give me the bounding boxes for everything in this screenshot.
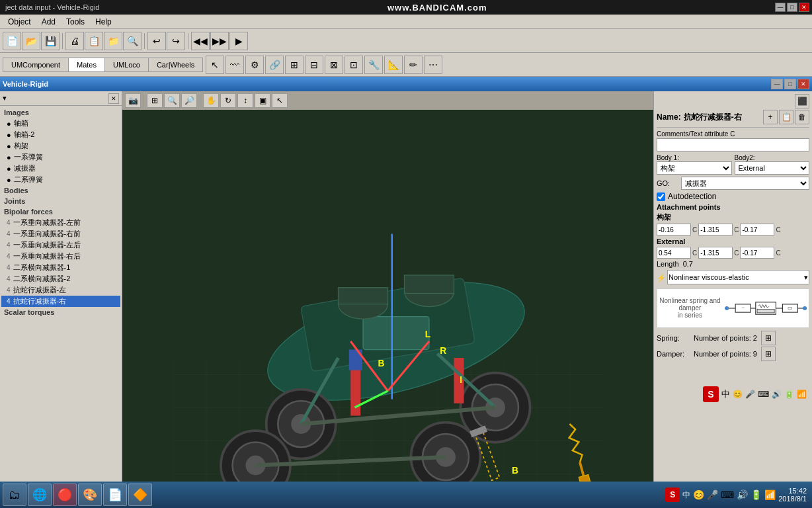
tree-item[interactable]: 4 抗蛇行减振器-左 [1, 284, 120, 296]
tool-btn10[interactable]: 📐 [384, 56, 403, 74]
tree-item[interactable]: 4 一系垂向减振器-右前 [1, 228, 120, 239]
tree-item[interactable]: 4 一系垂向减振器-左前 [1, 217, 120, 228]
print-btn[interactable]: 🖨 [65, 32, 84, 50]
open-btn[interactable]: 📂 [22, 32, 40, 50]
comments-input[interactable] [657, 138, 809, 151]
tool-btn11[interactable]: ✏ [404, 56, 423, 74]
sys-s-icon[interactable]: S [665, 487, 680, 502]
inner-maximize-btn[interactable]: □ [784, 79, 796, 89]
body1-select[interactable]: 构架 [657, 161, 732, 175]
pan-btn[interactable]: ✋ [203, 93, 219, 108]
tab-carwheels[interactable]: Car|Wheels [149, 58, 202, 71]
coord1-z[interactable] [740, 224, 774, 235]
coord2-y[interactable] [698, 247, 733, 259]
camera-btn[interactable]: 📷 [125, 93, 141, 108]
tree-item[interactable]: 4 二系横向减振器-1 [1, 262, 120, 273]
tree-bullet: ● [7, 165, 11, 173]
tree-item[interactable]: 4 一系垂向减振器-右后 [1, 251, 120, 262]
tab-umcomponent[interactable]: UMComponent [3, 58, 69, 71]
redo-btn[interactable]: ↪ [167, 32, 185, 50]
left-tree[interactable]: Images ● 轴箱 ● 轴箱-2 ● 构架 ● 一系弹簧 [0, 106, 122, 507]
nonlinear-dropdown[interactable]: Nonlinear viscous-elastic ▾ [667, 270, 809, 284]
tool-btn9[interactable]: 🔧 [364, 56, 383, 74]
window-controls[interactable]: — □ ✕ [775, 3, 812, 12]
taskbar-btn-files[interactable]: 🗂 [3, 484, 26, 506]
tool-btn6[interactable]: ⊟ [305, 56, 323, 74]
spring-table-btn[interactable]: ⊞ [761, 331, 776, 345]
tool-btn5[interactable]: ⊞ [285, 56, 304, 74]
taskbar-btn-chrome[interactable]: 🔴 [53, 484, 77, 506]
copy-icon-btn[interactable]: 📋 [779, 110, 793, 124]
close-button[interactable]: ✕ [799, 3, 809, 12]
tree-item[interactable]: ● 一系弹簧 [1, 151, 120, 163]
tool-btn3[interactable]: ⚙ [245, 56, 264, 74]
toolbar-group-1: 📄 📂 💾 [3, 32, 60, 50]
body2-select[interactable]: External [735, 161, 810, 175]
viewport[interactable]: 📷 ⊞ 🔍 🔎 ✋ ↻ ↕ ▣ ↖ [122, 91, 653, 507]
inner-close-btn[interactable]: ✕ [797, 79, 809, 89]
tool-btn12[interactable]: ⋯ [424, 56, 442, 74]
rp-expand-btn[interactable]: ⬛ [795, 94, 809, 108]
arrow-right-btn[interactable]: ▶▶ [210, 32, 229, 50]
zoom-out-btn[interactable]: 🔎 [181, 93, 197, 108]
toolbar-group-2: 🖨 📋 📁 🔍 [65, 32, 142, 50]
damper-table-btn[interactable]: ⊞ [761, 347, 776, 361]
tree-item-selected[interactable]: 4 抗蛇行减振器-右 [1, 296, 120, 307]
cursor-vp-btn[interactable]: ↖ [272, 93, 288, 108]
zoom-fit-btn[interactable]: ⊞ [147, 93, 163, 108]
tree-item[interactable]: ● 减振器 [1, 163, 120, 174]
coord1-x[interactable] [657, 224, 691, 235]
spring-damper-svg: ~ ▭ [723, 295, 809, 321]
tree-item[interactable]: ● 构架 [1, 140, 120, 151]
menu-add[interactable]: Add [36, 16, 61, 28]
maximize-button[interactable]: □ [787, 3, 797, 12]
sys-sound-icon[interactable]: 🔊 [737, 489, 748, 500]
cursor-btn[interactable]: ↖ [206, 56, 224, 74]
go-select[interactable]: 减振器 [681, 177, 809, 190]
tree-item[interactable]: ● 轴箱-2 [1, 129, 120, 140]
right-panel: ⬛ Name: 抗蛇行减振器-右 + 📋 🗑 Comments/Text att… [653, 91, 812, 507]
add-icon-btn[interactable]: + [763, 110, 778, 124]
tree-bullet: ● [7, 131, 11, 139]
tool-btn7[interactable]: ⊠ [325, 56, 343, 74]
left-panel-close[interactable]: ✕ [108, 93, 119, 104]
folder-btn[interactable]: 📁 [104, 32, 122, 50]
minimize-button[interactable]: — [775, 3, 786, 12]
coord2-z[interactable] [740, 247, 774, 259]
menu-tools[interactable]: Tools [61, 16, 90, 28]
menu-object[interactable]: Object [3, 16, 36, 28]
tool-btn8[interactable]: ⊡ [345, 56, 363, 74]
search-btn[interactable]: 🔍 [123, 32, 142, 50]
save-btn[interactable]: 💾 [41, 32, 60, 50]
tab-umloco[interactable]: UMLoco [105, 58, 149, 71]
new-btn[interactable]: 📄 [3, 32, 21, 50]
taskbar-btn-art[interactable]: 🎨 [78, 484, 102, 506]
arrow-left-btn[interactable]: ◀◀ [191, 32, 210, 50]
delete-icon-btn[interactable]: 🗑 [795, 110, 809, 124]
frame-btn[interactable]: ▣ [255, 93, 270, 108]
autodetection-checkbox[interactable] [657, 192, 665, 201]
inner-win-controls[interactable]: — □ ✕ [771, 79, 809, 89]
tab-mates[interactable]: Mates [69, 58, 105, 71]
play-btn[interactable]: ▶ [229, 32, 248, 50]
tree-section-joints: Joints [1, 196, 120, 206]
coord1-y[interactable] [698, 224, 733, 235]
taskbar-btn-extra[interactable]: 🔶 [128, 484, 152, 506]
tree-item[interactable]: ● 轴箱 [1, 118, 120, 129]
copy-btn[interactable]: 📋 [85, 32, 103, 50]
menu-help[interactable]: Help [90, 16, 117, 28]
wave-btn[interactable]: 〰 [225, 56, 244, 74]
taskbar-btn-browser[interactable]: 🌐 [28, 484, 52, 506]
rotate-btn[interactable]: ↻ [220, 93, 236, 108]
taskbar-btn-doc[interactable]: 📄 [103, 484, 127, 506]
tree-item[interactable]: 4 二系横向减振器-2 [1, 273, 120, 284]
tool-btn4[interactable]: 🔗 [265, 56, 284, 74]
undo-btn[interactable]: ↩ [147, 32, 166, 50]
move-btn[interactable]: ↕ [237, 93, 253, 108]
tree-item[interactable]: ● 二系弹簧 [1, 174, 120, 185]
zoom-in-btn[interactable]: 🔍 [164, 93, 180, 108]
left-panel-header: ▾ ✕ [0, 91, 122, 106]
coord2-x[interactable] [657, 247, 691, 259]
inner-minimize-btn[interactable]: — [771, 79, 783, 89]
tree-item[interactable]: 4 一系垂向减振器-左后 [1, 239, 120, 251]
